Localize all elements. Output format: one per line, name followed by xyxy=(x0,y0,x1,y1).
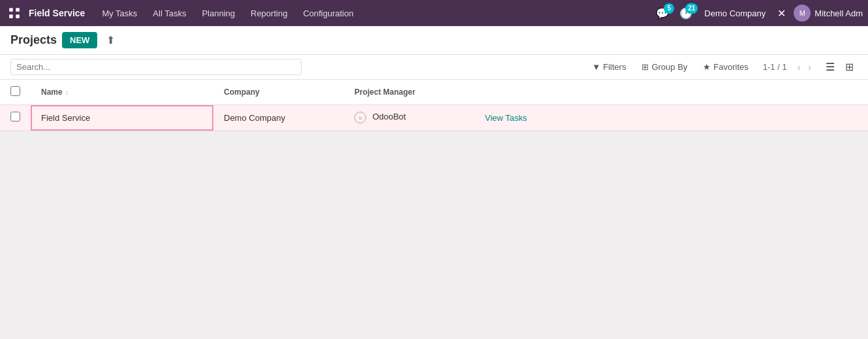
tools-icon[interactable]: ✕ xyxy=(775,5,788,22)
row-company-cell: Demo Company xyxy=(213,105,344,131)
projects-table: Name ↕ Company Project Manager xyxy=(0,80,868,131)
pagination-text: 1-1 / 1 xyxy=(763,62,787,72)
row-manager-cell: ○ OdooBot xyxy=(344,105,474,131)
new-button[interactable]: NEW xyxy=(62,32,97,48)
row-checkbox-cell xyxy=(0,105,31,131)
nav-planning[interactable]: Planning xyxy=(195,5,241,22)
table-header-row: Name ↕ Company Project Manager xyxy=(0,80,868,105)
nav-all-tasks[interactable]: All Tasks xyxy=(146,5,193,22)
messages-button[interactable]: 💬 5 xyxy=(653,5,672,22)
sort-icon: ↕ xyxy=(65,89,69,96)
favorites-button[interactable]: ★ Favorites xyxy=(696,59,754,75)
app-name: Field Service xyxy=(29,8,85,18)
activities-badge: 21 xyxy=(685,3,698,14)
header-checkbox-cell xyxy=(0,80,31,105)
group-by-button[interactable]: ⊞ Group By xyxy=(635,59,694,75)
activities-button[interactable]: 🕐 21 xyxy=(677,5,695,22)
filter-icon: ▼ xyxy=(592,62,600,72)
app-grid-icon[interactable] xyxy=(5,4,23,22)
pagination: 1-1 / 1 xyxy=(763,62,787,72)
user-menu[interactable]: M Mitchell Adm xyxy=(794,5,863,22)
prev-page-button[interactable]: ‹ xyxy=(795,61,803,74)
svg-rect-2 xyxy=(9,14,13,18)
list-view-button[interactable]: ☰ xyxy=(822,59,839,75)
row-checkbox[interactable] xyxy=(10,112,20,121)
main-content-area xyxy=(0,131,868,327)
search-input[interactable] xyxy=(16,62,296,72)
next-page-button[interactable]: › xyxy=(805,61,814,74)
manager-avatar-icon: ○ xyxy=(354,112,366,123)
row-name-cell[interactable]: Field Service xyxy=(31,105,213,131)
svg-rect-3 xyxy=(16,14,20,18)
search-bar[interactable] xyxy=(10,59,302,75)
table-row: Field Service Demo Company ○ OdooBot Vie… xyxy=(0,105,868,131)
filters-button[interactable]: ▼ Filters xyxy=(585,59,632,75)
header-project-manager[interactable]: Project Manager xyxy=(344,80,474,105)
user-name: Mitchell Adm xyxy=(814,8,863,18)
user-avatar: M xyxy=(794,5,811,22)
select-all-checkbox[interactable] xyxy=(10,86,20,96)
svg-rect-1 xyxy=(16,8,20,12)
upload-button[interactable]: ⬆ xyxy=(102,31,119,49)
header-name[interactable]: Name ↕ xyxy=(31,80,213,105)
messages-badge: 5 xyxy=(664,3,674,14)
nav-my-tasks[interactable]: My Tasks xyxy=(95,5,144,22)
nav-right-section: 💬 5 🕐 21 Demo Company ✕ M Mitchell Adm xyxy=(653,5,863,22)
page-title: Projects xyxy=(10,33,57,47)
star-icon: ★ xyxy=(703,62,711,72)
nav-configuration[interactable]: Configuration xyxy=(296,5,360,22)
view-toggle: ☰ ⊞ xyxy=(822,59,858,75)
projects-table-container: Name ↕ Company Project Manager xyxy=(0,80,868,131)
sub-header: Projects NEW ⬆ xyxy=(0,26,868,55)
grid-view-button[interactable]: ⊞ xyxy=(841,59,858,75)
svg-rect-0 xyxy=(9,8,13,12)
row-action-cell: View Tasks xyxy=(474,105,868,131)
top-navigation: Field Service My Tasks All Tasks Plannin… xyxy=(0,0,868,26)
header-actions xyxy=(474,80,868,105)
group-by-icon: ⊞ xyxy=(642,62,649,72)
company-name: Demo Company xyxy=(704,8,766,18)
header-company[interactable]: Company xyxy=(213,80,344,105)
view-tasks-link[interactable]: View Tasks xyxy=(485,113,527,123)
nav-reporting[interactable]: Reporting xyxy=(244,5,294,22)
filter-bar: ▼ Filters ⊞ Group By ★ Favorites 1-1 / 1… xyxy=(0,55,868,80)
